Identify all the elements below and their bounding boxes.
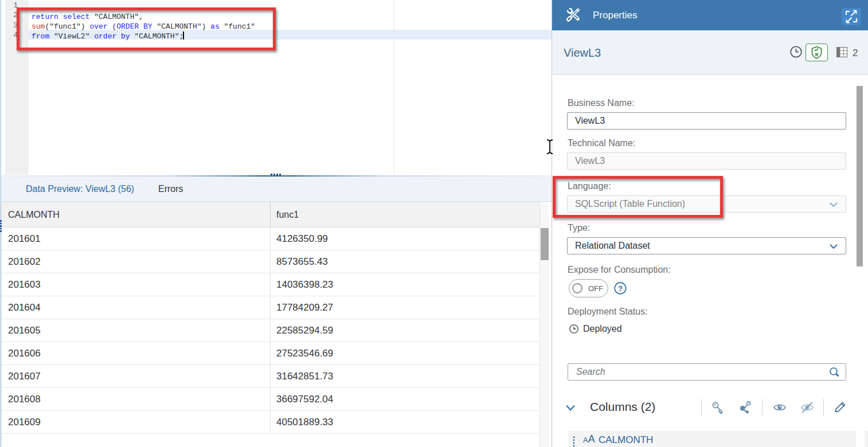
svg-text:?: ?	[618, 284, 623, 293]
